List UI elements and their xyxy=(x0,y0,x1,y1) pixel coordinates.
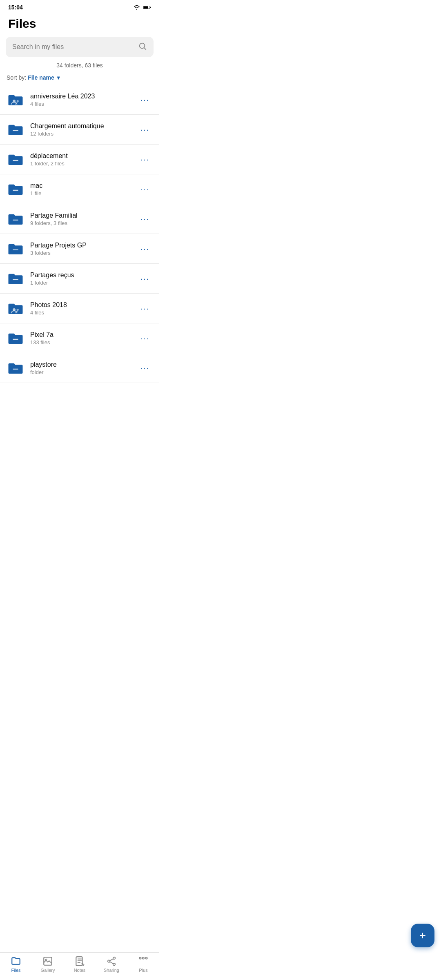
more-options-button[interactable]: ··· xyxy=(137,271,153,287)
file-meta: 1 folder xyxy=(30,280,137,286)
file-meta: 4 files xyxy=(30,101,137,107)
file-info: Partage Familial 9 folders, 3 files xyxy=(30,212,137,226)
file-name: déplacement xyxy=(30,152,137,160)
time: 15:04 xyxy=(8,4,23,11)
list-item[interactable]: Chargement automatique 12 folders ··· xyxy=(0,115,159,145)
more-options-button[interactable]: ··· xyxy=(137,330,153,346)
page-title: Files xyxy=(8,17,151,31)
battery-icon xyxy=(143,5,151,10)
svg-rect-10 xyxy=(13,279,18,280)
list-item[interactable]: déplacement 1 folder, 2 files ··· xyxy=(0,145,159,174)
more-options-button[interactable]: ··· xyxy=(137,151,153,167)
more-options-button[interactable]: ··· xyxy=(137,241,153,257)
file-name: playstore xyxy=(30,361,137,368)
file-meta: 4 files xyxy=(30,310,137,316)
svg-rect-1 xyxy=(143,6,148,9)
folder-icon xyxy=(7,150,24,168)
file-info: Chargement automatique 12 folders xyxy=(30,122,137,137)
file-meta: 1 file xyxy=(30,190,137,196)
svg-rect-9 xyxy=(13,249,18,250)
more-options-button[interactable]: ··· xyxy=(137,92,153,108)
page-header: Files xyxy=(0,13,159,37)
svg-point-4 xyxy=(17,100,19,102)
folder-icon xyxy=(7,91,24,109)
file-info: mac 1 file xyxy=(30,182,137,196)
svg-rect-8 xyxy=(13,220,18,220)
folder-icon xyxy=(7,120,24,138)
list-item[interactable]: Partage Familial 9 folders, 3 files ··· xyxy=(0,204,159,234)
status-bar: 15:04 xyxy=(0,0,159,13)
svg-rect-13 xyxy=(13,339,18,340)
file-info: Partage Projets GP 3 folders xyxy=(30,242,137,256)
wifi-icon xyxy=(133,4,140,10)
search-bar[interactable] xyxy=(6,37,154,57)
folder-icon xyxy=(7,240,24,258)
list-item[interactable]: Photos 2018 4 files ··· xyxy=(0,294,159,323)
sort-arrow-icon: ▼ xyxy=(56,75,61,81)
sort-row[interactable]: Sort by: File name ▼ xyxy=(0,72,159,85)
folder-icon xyxy=(7,299,24,317)
svg-rect-5 xyxy=(13,130,18,131)
file-meta: 133 files xyxy=(30,339,137,345)
list-item[interactable]: Pixel 7a 133 files ··· xyxy=(0,323,159,353)
more-options-button[interactable]: ··· xyxy=(137,360,153,376)
file-count: 34 folders, 63 files xyxy=(0,62,159,69)
list-item[interactable]: mac 1 file ··· xyxy=(0,174,159,204)
folder-icon xyxy=(7,359,24,377)
svg-point-12 xyxy=(17,309,19,311)
folder-icon xyxy=(7,329,24,347)
file-name: Photos 2018 xyxy=(30,301,137,309)
file-list: anniversaire Léa 2023 4 files ··· Charge… xyxy=(0,85,159,383)
file-meta: folder xyxy=(30,369,137,375)
status-icons xyxy=(133,4,151,10)
sort-value: File name xyxy=(28,74,54,81)
file-name: Partages reçus xyxy=(30,272,137,279)
search-icon xyxy=(138,42,147,52)
list-item[interactable]: Partage Projets GP 3 folders ··· xyxy=(0,234,159,264)
svg-rect-7 xyxy=(13,190,18,191)
file-info: déplacement 1 folder, 2 files xyxy=(30,152,137,167)
more-options-button[interactable]: ··· xyxy=(137,301,153,316)
file-meta: 12 folders xyxy=(30,131,137,137)
file-name: anniversaire Léa 2023 xyxy=(30,93,137,100)
file-meta: 1 folder, 2 files xyxy=(30,160,137,167)
folder-icon xyxy=(7,180,24,198)
file-name: mac xyxy=(30,182,137,189)
file-info: Photos 2018 4 files xyxy=(30,301,137,316)
more-options-button[interactable]: ··· xyxy=(137,122,153,138)
list-item[interactable]: playstore folder ··· xyxy=(0,353,159,383)
file-name: Pixel 7a xyxy=(30,331,137,339)
svg-rect-6 xyxy=(13,160,18,161)
list-item[interactable]: anniversaire Léa 2023 4 files ··· xyxy=(0,85,159,115)
file-name: Partage Familial xyxy=(30,212,137,219)
file-meta: 9 folders, 3 files xyxy=(30,220,137,226)
list-item[interactable]: Partages reçus 1 folder ··· xyxy=(0,264,159,294)
file-info: anniversaire Léa 2023 4 files xyxy=(30,93,137,107)
svg-rect-14 xyxy=(13,369,18,370)
file-name: Chargement automatique xyxy=(30,122,137,130)
folder-icon xyxy=(7,270,24,287)
file-info: Pixel 7a 133 files xyxy=(30,331,137,345)
search-input[interactable] xyxy=(12,43,138,51)
folder-icon xyxy=(7,210,24,228)
file-info: playstore folder xyxy=(30,361,137,375)
file-info: Partages reçus 1 folder xyxy=(30,272,137,286)
file-name: Partage Projets GP xyxy=(30,242,137,249)
more-options-button[interactable]: ··· xyxy=(137,181,153,197)
file-meta: 3 folders xyxy=(30,250,137,256)
sort-label: Sort by: xyxy=(7,74,26,81)
more-options-button[interactable]: ··· xyxy=(137,211,153,227)
